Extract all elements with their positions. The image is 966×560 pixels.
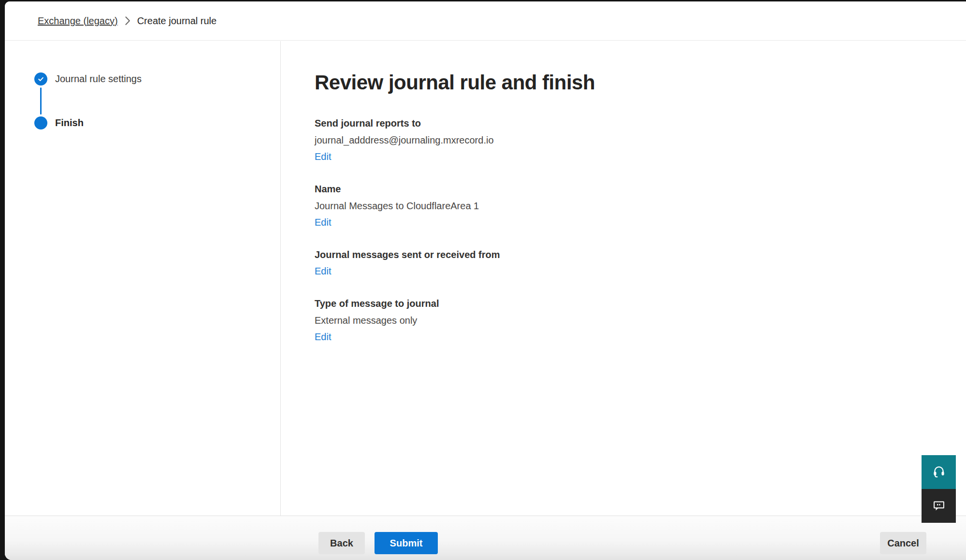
wizard-steps-sidebar: Journal rule settings Finish: [5, 41, 281, 516]
wizard-step-finish: Finish: [34, 116, 280, 129]
section-label: Send journal reports to: [315, 117, 947, 130]
chat-icon: [932, 499, 946, 514]
section-label: Type of message to journal: [315, 297, 947, 310]
section-label: Name: [315, 183, 947, 196]
step-completed-check-icon: [34, 72, 47, 86]
breadcrumb-exchange-legacy-link[interactable]: Exchange (legacy): [38, 15, 118, 27]
section-label: Journal messages sent or received from: [315, 248, 947, 261]
edit-journal-scope-link[interactable]: Edit: [315, 265, 331, 278]
edit-name-link[interactable]: Edit: [315, 216, 331, 229]
review-panel: Review journal rule and finish Send jour…: [281, 41, 966, 516]
review-section-journal-scope: Journal messages sent or received from E…: [315, 248, 947, 278]
chevron-right-icon: [125, 16, 130, 25]
section-value: Journal Messages to CloudflareArea 1: [315, 200, 947, 213]
edit-message-type-link[interactable]: Edit: [315, 330, 331, 344]
wizard-step-label: Finish: [55, 117, 84, 129]
review-section-message-type: Type of message to journal External mess…: [315, 297, 947, 344]
breadcrumb-current-page: Create journal rule: [137, 15, 217, 27]
page-title: Review journal rule and finish: [315, 71, 947, 94]
feedback-button[interactable]: [922, 489, 956, 523]
cancel-button[interactable]: Cancel: [880, 532, 926, 554]
support-button[interactable]: [922, 455, 956, 489]
footer-action-bar: Back Submit Cancel: [5, 516, 966, 560]
section-value: External messages only: [315, 314, 947, 327]
review-section-name: Name Journal Messages to CloudflareArea …: [315, 183, 947, 229]
breadcrumb: Exchange (legacy) Create journal rule: [38, 15, 216, 27]
review-section-send-journal-reports: Send journal reports to journal_adddress…: [315, 117, 947, 163]
headset-icon: [932, 465, 946, 480]
submit-button[interactable]: Submit: [375, 532, 438, 554]
app-window: Exchange (legacy) Create journal rule Jo…: [5, 1, 966, 560]
step-connector-line: [40, 87, 42, 115]
step-current-dot-icon: [34, 116, 47, 129]
wizard-step-label: Journal rule settings: [55, 73, 142, 85]
edit-send-journal-reports-link[interactable]: Edit: [315, 150, 331, 163]
top-bar: Exchange (legacy) Create journal rule: [5, 1, 966, 41]
back-button[interactable]: Back: [318, 532, 365, 554]
section-value: journal_adddress@journaling.mxrecord.io: [315, 134, 947, 147]
wizard-step-journal-rule-settings[interactable]: Journal rule settings: [34, 72, 280, 86]
content-area: Journal rule settings Finish Review jour…: [5, 41, 966, 516]
